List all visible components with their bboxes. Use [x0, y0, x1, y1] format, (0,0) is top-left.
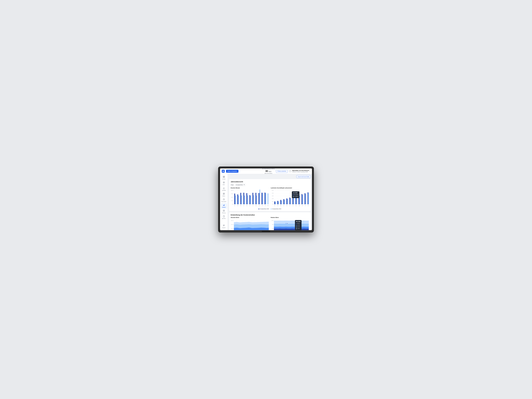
- svg-rect-10: [224, 205, 224, 206]
- svg-rect-25: [237, 194, 238, 204]
- svg-text:Nov: Nov: [305, 205, 306, 206]
- berichte-label: Berichte: [222, 218, 226, 219]
- zeige-select[interactable]: Umsatzerlöse: [235, 184, 246, 186]
- svg-point-164: [286, 223, 286, 224]
- charts-row: Einzelne Monate 500 T€ 375 T€ 250 T€ 125…: [231, 187, 309, 208]
- svg-text:3 M€: 3 M€: [272, 196, 273, 196]
- sidebar-item-liquiditaet[interactable]: Liquidität: [221, 186, 227, 192]
- svg-rect-38: [256, 196, 257, 204]
- svg-text:0 T€: 0 T€: [232, 204, 234, 205]
- user-menu[interactable]: Maximillian von Hirschhausen Efficient F…: [289, 170, 310, 173]
- zeige-label: Zeige:: [231, 184, 234, 185]
- svg-rect-86: [287, 199, 288, 204]
- legend-2019: Umsatzerlöse 2019: [271, 208, 281, 209]
- svg-marker-160: [274, 221, 309, 223]
- svg-text:Jul: Jul: [292, 205, 293, 206]
- sidebar-item-planung[interactable]: Planung: [221, 209, 227, 214]
- svg-rect-30: [244, 196, 245, 204]
- svg-text:Mär: Mär: [240, 205, 241, 206]
- prices-button[interactable]: Preise ansehen: [276, 170, 288, 173]
- svg-text:1 M€: 1 M€: [272, 201, 273, 202]
- svg-rect-72: [280, 200, 281, 204]
- relative-werte-title: Relative Werte: [271, 217, 309, 218]
- daten-einspielen-button[interactable]: Daten einspielen: [226, 170, 238, 173]
- laptop-notch: [262, 231, 270, 232]
- svg-text:Okt: Okt: [262, 205, 263, 206]
- laptop-screen: Daten einspielen Ihr Probezeitraum endet…: [220, 168, 312, 230]
- svg-text:100%: 100%: [272, 220, 273, 221]
- svg-marker-161: [274, 223, 309, 227]
- app-logo: [222, 170, 225, 173]
- svg-rect-91: [302, 195, 303, 204]
- export-excel-button[interactable]: Export als Excel-Datei: [297, 175, 311, 178]
- sidebar: Cockpit BWA: [220, 174, 228, 230]
- svg-text:Jun: Jun: [249, 205, 250, 206]
- svg-rect-41: [261, 193, 262, 204]
- svg-rect-74: [286, 198, 287, 204]
- svg-text:0 €: 0 €: [272, 204, 273, 205]
- svg-rect-78: [298, 195, 299, 204]
- planung-icon: [223, 210, 225, 212]
- svg-text:Jun: Jun: [289, 205, 291, 206]
- liquiditaet-icon: [223, 187, 225, 190]
- svg-text:Jan: Jan: [234, 205, 235, 206]
- laufendes-section: Laufendes Geschäftsjahr aufsummiert 5 M€…: [271, 187, 309, 208]
- svg-rect-76: [292, 197, 293, 204]
- chart-legend: Umsatzerlöse 2020 Umsatzerlöse 2019: [231, 208, 309, 209]
- sidebar-item-kennzahlen[interactable]: Kennzahlen: [221, 198, 227, 203]
- svg-text:125 T€: 125 T€: [231, 200, 234, 201]
- sidebar-support[interactable]: Support: [221, 224, 227, 229]
- liquiditaet-label: Liquidität: [222, 190, 226, 191]
- svg-rect-40: [260, 190, 260, 204]
- svg-text:Nov: Nov: [265, 205, 266, 206]
- svg-rect-3: [223, 177, 224, 178]
- svg-text:75%: 75%: [272, 224, 273, 225]
- analyse-icon: [223, 204, 225, 206]
- svg-rect-35: [253, 193, 253, 204]
- app-container: Daten einspielen Ihr Probezeitraum endet…: [220, 168, 312, 230]
- svg-rect-43: [265, 193, 265, 204]
- svg-text:Sep: Sep: [299, 205, 300, 206]
- sidebar-item-cockpit[interactable]: Cockpit: [221, 175, 227, 180]
- jahresuebersicht-title: Jahresübersicht: [231, 181, 309, 183]
- svg-rect-87: [290, 198, 291, 204]
- svg-rect-9: [223, 205, 223, 206]
- svg-rect-79: [302, 194, 302, 204]
- svg-text:Jan: Jan: [274, 205, 275, 206]
- svg-rect-11: [224, 204, 224, 206]
- sidebar-item-bilanz[interactable]: Bilanz: [221, 192, 227, 197]
- svg-marker-163: [274, 228, 309, 230]
- svg-rect-82: [275, 202, 276, 204]
- kostenstruktur-card: Entwicklung der Kostenstruktur Absolute …: [229, 212, 311, 230]
- user-chevron-icon: ▾: [310, 171, 310, 172]
- legend-label-2019: Umsatzerlöse 2019: [272, 208, 281, 209]
- svg-rect-34: [250, 196, 251, 204]
- sidebar-item-analyse[interactable]: Analyse: [221, 203, 227, 209]
- svg-text:Okt: Okt: [302, 205, 303, 206]
- absolute-werte-section: Absolute Werte 500 T€ 375 T€ 250 T€ 125 …: [231, 217, 269, 230]
- sidebar-item-berichte[interactable]: Berichte: [221, 215, 227, 220]
- svg-rect-31: [247, 193, 247, 204]
- legend-2020: Umsatzerlöse 2020: [259, 208, 269, 209]
- svg-rect-93: [308, 193, 309, 204]
- svg-text:Dez: Dez: [267, 205, 269, 206]
- svg-text:500 T€: 500 T€: [231, 220, 234, 221]
- laufendes-chart: 5 M€ 4 M€ 3 M€ 2 M€ 1 M€ 0 €: [271, 189, 309, 208]
- svg-text:250 T€: 250 T€: [231, 197, 234, 198]
- svg-rect-75: [289, 198, 290, 204]
- svg-rect-45: [268, 193, 268, 204]
- svg-rect-29: [243, 193, 244, 204]
- kostenstruktur-title: Entwicklung der Kostenstruktur: [231, 214, 309, 216]
- svg-rect-92: [305, 194, 306, 204]
- svg-rect-32: [247, 196, 248, 204]
- svg-rect-26: [238, 196, 239, 204]
- svg-text:Aug: Aug: [295, 205, 297, 206]
- user-info: Maximillian von Hirschhausen Efficient F…: [292, 170, 309, 173]
- user-company: Efficient Frontier Investing GmbH: [292, 171, 309, 173]
- svg-text:Feb: Feb: [237, 205, 238, 206]
- relative-werte-section: Relative Werte 100% 75% 50% 25%: [271, 217, 309, 230]
- svg-text:Sep: Sep: [259, 205, 260, 206]
- sidebar-item-bwa[interactable]: BWA: [221, 181, 227, 186]
- user-avatar-icon: [289, 170, 292, 172]
- svg-text:375 T€: 375 T€: [231, 224, 234, 225]
